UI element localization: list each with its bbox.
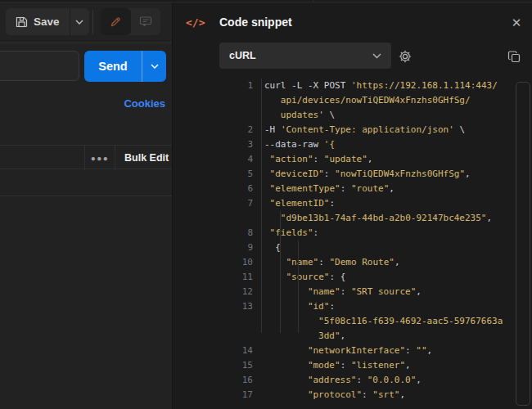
code-line-number: 16 <box>173 373 253 388</box>
code-line-text: "id": <box>253 299 335 314</box>
code-line-number: 5 <box>173 167 253 182</box>
code-line-text: 3dd", <box>253 329 345 344</box>
indent-guide <box>280 211 281 333</box>
code-line-number: 1 <box>173 79 253 93</box>
comments-button[interactable] <box>131 8 161 35</box>
code-line: 1curl -L -X POST 'https://192.168.1.114:… <box>173 79 532 93</box>
code-line-text: api/devices/nowTiQEDW4xFnzhs0GHfSg/ <box>253 93 471 108</box>
edit-request-button[interactable] <box>101 8 131 35</box>
save-button[interactable]: Save <box>6 8 70 35</box>
code-line-text: curl -L -X POST 'https://192.168.1.114:4… <box>253 79 498 93</box>
code-line-text: "source": { <box>253 270 345 285</box>
headers-table-empty-row[interactable] <box>0 169 172 196</box>
toolbar-separator <box>92 10 93 34</box>
code-line: api/devices/nowTiQEDW4xFnzhs0GHfSg/ <box>173 93 532 108</box>
chevron-down-icon <box>151 64 159 69</box>
code-snippet-panel: </> Code snippet ✕ cURL 1curl -L <box>172 2 532 409</box>
code-line: 13"id": <box>173 299 532 314</box>
code-line-text: "elementType": "route", <box>253 182 394 196</box>
code-line-number <box>173 211 253 226</box>
code-line-text: "5f08c116-f639-4692-aac5-59767663a <box>253 314 503 329</box>
code-line-number: 17 <box>173 388 253 402</box>
code-line-text: "fields": <box>253 226 318 240</box>
code-line-text: { <box>253 240 281 255</box>
code-line-number <box>173 108 253 123</box>
app-window: Save <box>0 0 532 409</box>
code-line-number: 12 <box>173 285 253 299</box>
send-button-group: Send <box>84 51 166 82</box>
code-line: 3dd", <box>173 329 532 344</box>
code-icon: </> <box>186 16 205 29</box>
code-line-number: 3 <box>173 137 253 152</box>
code-line-number <box>173 329 253 344</box>
code-line-number <box>173 314 253 329</box>
code-line-text: "name": "Demo Route", <box>253 255 400 270</box>
cookies-link[interactable]: Cookies <box>124 97 165 110</box>
code-line: 16"address": "0.0.0.0", <box>173 373 532 388</box>
code-line: "d9be13b1-74af-44bd-a2b0-92147bc4e235", <box>173 211 532 226</box>
code-line-number: 14 <box>173 344 253 358</box>
send-options-button[interactable] <box>142 51 166 82</box>
send-button[interactable]: Send <box>84 51 142 82</box>
code-line-number: 13 <box>173 299 253 314</box>
indent-guide <box>261 79 262 333</box>
close-icon: ✕ <box>512 16 522 30</box>
bulk-edit-button[interactable]: Bulk Edit <box>124 146 169 170</box>
request-url-input[interactable] <box>0 51 79 81</box>
code-line-text: "elementID": <box>253 196 335 211</box>
gear-icon <box>398 49 413 64</box>
code-line-number: 8 <box>173 226 253 240</box>
code-line-text: "name": "SRT source", <box>253 285 422 299</box>
code-line-text: updates' \ <box>253 108 335 123</box>
pencil-icon <box>110 16 122 28</box>
toolbar-icon-group <box>101 8 160 35</box>
column-divider <box>115 146 115 170</box>
code-line-number: 9 <box>173 240 253 255</box>
send-button-label: Send <box>98 60 127 73</box>
code-line: 7"elementID": <box>173 196 532 211</box>
request-panel: Save <box>0 2 172 409</box>
language-select[interactable]: cURL <box>219 43 391 69</box>
copy-code-button[interactable] <box>503 47 525 65</box>
code-line: 11"source": { <box>173 270 532 285</box>
snippet-settings-button[interactable] <box>395 47 415 65</box>
code-line-text: "address": "0.0.0.0", <box>253 373 422 388</box>
code-line-text: "mode": "listener", <box>253 358 411 373</box>
request-toolbar: Save <box>0 2 172 43</box>
code-editor[interactable]: 1curl -L -X POST 'https://192.168.1.114:… <box>173 79 532 409</box>
code-line: 10"name": "Demo Route", <box>173 255 532 270</box>
code-line: 15"mode": "listener", <box>173 358 532 373</box>
chevron-down-icon <box>75 20 83 25</box>
code-line-number: 7 <box>173 196 253 211</box>
scrollbar-track[interactable] <box>516 82 530 406</box>
code-line-text: "d9be13b1-74af-44bd-a2b0-92147bc4e235", <box>253 211 492 226</box>
copy-icon <box>507 50 521 64</box>
code-line-number: 6 <box>173 182 253 196</box>
save-button-group: Save <box>6 8 89 35</box>
code-line: 9{ <box>173 240 532 255</box>
code-line: 17"protocol": "srt", <box>173 388 532 402</box>
comment-icon <box>139 16 152 28</box>
save-button-label: Save <box>34 16 60 28</box>
code-line-text: "protocol": "srt", <box>253 388 405 402</box>
code-line: 8"fields": <box>173 226 532 240</box>
code-line: 12"name": "SRT source", <box>173 285 532 299</box>
save-icon <box>16 16 28 28</box>
more-actions-button[interactable]: ●●● <box>85 146 115 170</box>
chevron-down-icon <box>372 53 381 59</box>
close-panel-button[interactable]: ✕ <box>505 12 528 34</box>
code-line-text: "deviceID": "nowTiQEDW4xFnzhs0GHfSg", <box>253 167 471 182</box>
save-options-button[interactable] <box>70 8 89 35</box>
code-line-number: 2 <box>173 123 253 137</box>
code-line-number: 4 <box>173 152 253 167</box>
code-line: 14"networkInterface": "", <box>173 344 532 358</box>
code-line: "5f08c116-f639-4692-aac5-59767663a <box>173 314 532 329</box>
code-line: 6"elementType": "route", <box>173 182 532 196</box>
indent-guide <box>298 240 299 333</box>
panel-title: Code snippet <box>219 16 292 29</box>
code-line: 4"action": "update", <box>173 152 532 167</box>
headers-table-header: ●●● Bulk Edit <box>0 145 172 169</box>
code-line: 5"deviceID": "nowTiQEDW4xFnzhs0GHfSg", <box>173 167 532 182</box>
code-line-text: "networkInterface": "", <box>253 344 432 358</box>
code-line-number: 15 <box>173 358 253 373</box>
